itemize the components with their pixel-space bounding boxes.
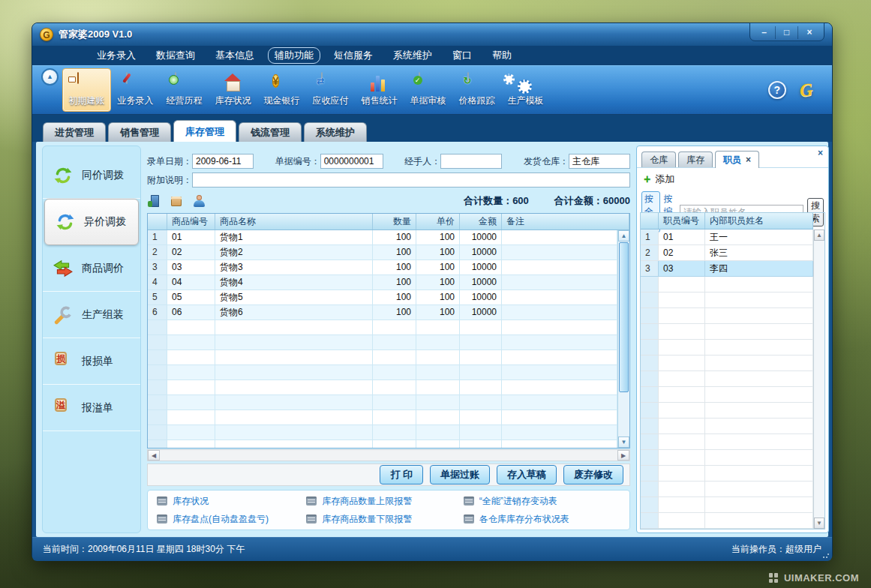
col-goods-code[interactable]: 商品编号	[167, 214, 215, 230]
sidebar-item-same-price-transfer[interactable]: 同价调拨	[43, 152, 140, 199]
empty-row[interactable]	[641, 387, 813, 403]
sidebar-item-price-adjust[interactable]: 商品调价	[43, 245, 140, 292]
empty-row[interactable]	[641, 434, 813, 450]
scroll-thumb[interactable]	[619, 242, 629, 392]
scroll-down-icon[interactable]: ▼	[814, 518, 824, 529]
items-v-scrollbar[interactable]: ▲ ▼	[617, 230, 629, 448]
tab-employee[interactable]: 职员 ×	[715, 151, 759, 168]
table-row[interactable]: 6 06 货物6 100 100 10000	[148, 305, 617, 320]
menu-item[interactable]: 辅助功能	[268, 47, 320, 64]
empty-row[interactable]	[641, 277, 813, 292]
scroll-left-icon[interactable]: ◀	[148, 450, 160, 460]
scroll-up-icon[interactable]: ▲	[814, 230, 824, 241]
tab-close-icon[interactable]: ×	[746, 152, 751, 169]
employee-lookup-icon[interactable]	[192, 194, 206, 208]
module-tab[interactable]: 进货管理	[43, 122, 106, 142]
record-date-input[interactable]	[192, 154, 254, 169]
sidebar-item-loss-report[interactable]: 损 报损单	[43, 338, 140, 385]
tab-warehouse[interactable]: 仓库	[641, 152, 676, 167]
menu-item[interactable]: 基本信息	[215, 49, 254, 62]
scroll-right-icon[interactable]: ▶	[617, 450, 629, 460]
menu-item[interactable]: 数据查询	[156, 49, 195, 62]
empty-row[interactable]	[148, 320, 617, 335]
empty-row[interactable]	[641, 340, 813, 356]
module-tab[interactable]: 系统维护	[304, 122, 367, 142]
empty-row[interactable]	[148, 425, 617, 440]
col-amount[interactable]: 金额	[460, 214, 502, 230]
empty-row[interactable]	[641, 308, 813, 324]
collapse-toolbar-button[interactable]: ▲	[41, 68, 59, 86]
maximize-button[interactable]: □	[776, 26, 798, 39]
empty-row[interactable]	[641, 324, 813, 340]
module-tab[interactable]: 库存管理	[173, 120, 236, 142]
menu-item[interactable]: 业务录入	[97, 49, 136, 62]
table-row[interactable]: 5 05 货物5 100 100 10000	[148, 290, 617, 305]
col-employee-name[interactable]: 内部职员姓名	[705, 213, 813, 229]
minimize-button[interactable]: –	[753, 26, 776, 39]
empty-row[interactable]	[641, 418, 813, 434]
empty-row[interactable]	[148, 335, 617, 350]
empty-row[interactable]	[641, 450, 813, 466]
empty-row[interactable]	[148, 440, 617, 448]
employee-v-scrollbar[interactable]: ▲ ▼	[813, 230, 824, 529]
tab-inventory[interactable]: 库存	[678, 152, 713, 167]
toolbar-button-initial-setup[interactable]: 初期建账	[62, 68, 111, 112]
employee-row[interactable]: 1 01 王一	[641, 230, 813, 245]
menu-item[interactable]: 窗口	[452, 49, 472, 62]
empty-row[interactable]	[148, 410, 617, 425]
menu-item[interactable]: 系统维护	[393, 49, 432, 62]
report-link[interactable]: “全能”进销存变动表	[479, 495, 557, 508]
module-tab[interactable]: 钱流管理	[239, 122, 302, 142]
action-button[interactable]: 存入草稿	[497, 465, 557, 484]
empty-row[interactable]	[641, 371, 813, 387]
add-row[interactable]: + 添加	[644, 172, 828, 186]
doc-number-input[interactable]	[320, 154, 383, 169]
close-button[interactable]: ×	[798, 26, 821, 39]
report-link[interactable]: 库存商品数量下限报警	[322, 513, 412, 526]
col-quantity[interactable]: 数量	[373, 214, 416, 230]
toolbar-button-business-entry[interactable]: 业务录入	[111, 68, 160, 112]
col-employee-code[interactable]: 职员编号	[659, 213, 705, 229]
sidebar-item-overflow-report[interactable]: 溢 报溢单	[43, 385, 140, 431]
menu-item[interactable]: 短信服务	[334, 49, 373, 62]
resize-grip[interactable]	[822, 551, 830, 559]
scroll-up-icon[interactable]: ▲	[618, 230, 629, 242]
sidebar-item-assembly[interactable]: 生产组装	[43, 292, 140, 338]
report-link[interactable]: 库存盘点(自动盘盈盘亏)	[173, 513, 269, 526]
report-link[interactable]: 库存状况	[173, 495, 209, 508]
empty-row[interactable]	[641, 403, 813, 418]
items-h-scrollbar[interactable]: ◀ ▶	[147, 449, 630, 461]
report-link[interactable]: 各仓库库存分布状况表	[479, 513, 569, 526]
module-tab[interactable]: 销售管理	[108, 122, 171, 142]
toolbar-button-sales-stats[interactable]: 销售统计	[355, 68, 404, 112]
col-unit-price[interactable]: 单价	[416, 214, 460, 230]
empty-row[interactable]	[641, 356, 813, 371]
empty-row[interactable]	[148, 395, 617, 410]
toolbar-button-payables[interactable]: 应收应付	[306, 68, 355, 112]
table-row[interactable]: 4 04 货物4 100 100 10000	[148, 275, 617, 290]
table-row[interactable]: 3 03 货物3 100 100 10000	[148, 260, 617, 275]
employee-row[interactable]: 2 02 张三	[641, 245, 813, 261]
empty-row[interactable]	[148, 365, 617, 380]
empty-row[interactable]	[641, 466, 813, 482]
toolbar-button-price-tracking[interactable]: 价格跟踪	[452, 68, 501, 112]
toolbar-button-cash-bank[interactable]: ¥ 现金银行	[257, 68, 306, 112]
goods-lookup-icon[interactable]	[170, 194, 183, 208]
col-note[interactable]: 备注	[502, 214, 629, 230]
empty-row[interactable]	[641, 513, 813, 529]
action-button[interactable]: 打 印	[380, 465, 423, 484]
empty-row[interactable]	[641, 497, 813, 513]
table-row[interactable]: 2 02 货物2 100 100 10000	[148, 245, 617, 260]
menu-item[interactable]: 帮助	[492, 49, 512, 62]
employee-row[interactable]: 3 03 李四	[641, 261, 813, 277]
scroll-down-icon[interactable]: ▼	[618, 436, 629, 448]
help-button[interactable]: ?	[768, 81, 786, 99]
action-button[interactable]: 废弃修改	[563, 465, 623, 484]
panel-close-icon[interactable]: ×	[818, 148, 823, 158]
sidebar-item-diff-price-transfer[interactable]: 异价调拨	[44, 199, 139, 245]
handler-input[interactable]	[440, 154, 502, 169]
empty-row[interactable]	[148, 380, 617, 395]
note-input[interactable]	[192, 172, 630, 188]
warehouse-lookup-icon[interactable]	[147, 194, 161, 208]
toolbar-button-doc-review[interactable]: 单据审核	[404, 68, 452, 112]
